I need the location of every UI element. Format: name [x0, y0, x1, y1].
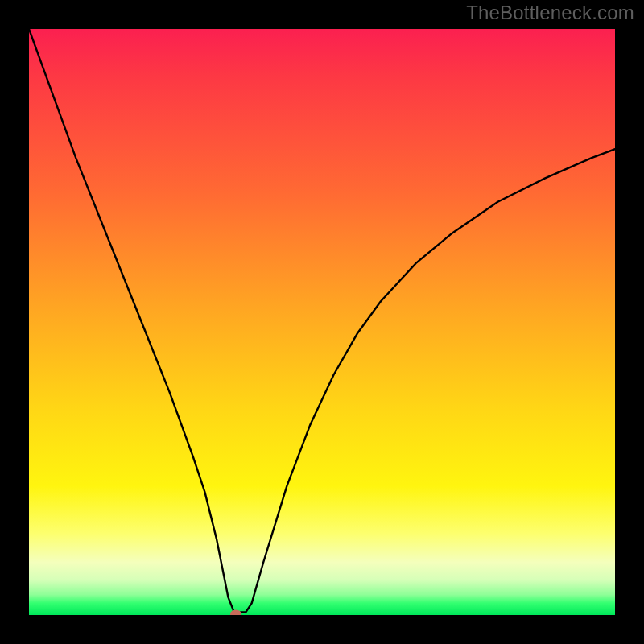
optimal-point-marker — [230, 609, 242, 615]
plot-area — [29, 29, 615, 615]
chart-container: TheBottleneck.com — [0, 0, 644, 644]
bottleneck-curve — [29, 29, 615, 615]
watermark-text: TheBottleneck.com — [466, 2, 634, 24]
